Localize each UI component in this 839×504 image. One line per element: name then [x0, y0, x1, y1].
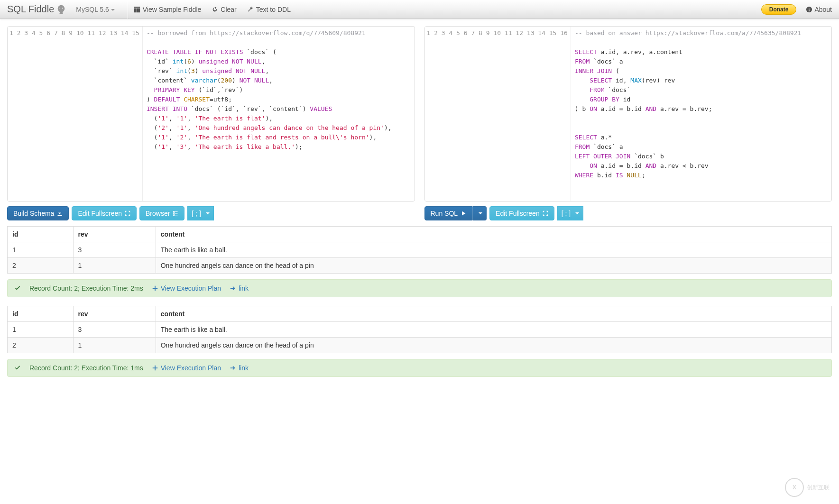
column-header: id	[8, 306, 74, 322]
results-container: idrevcontent13The earth is like a ball.2…	[7, 226, 832, 377]
terminator-button[interactable]: [ ; ]	[187, 206, 213, 220]
plus-icon	[152, 285, 158, 292]
btn-label: [ ; ]	[192, 210, 201, 217]
table-row: 13The earth is like a ball.	[8, 242, 832, 258]
check-icon	[14, 285, 21, 292]
edit-fullscreen-button[interactable]: Edit Fullscreen	[72, 206, 137, 220]
link-label: link	[239, 284, 249, 292]
brand-icon	[56, 4, 66, 15]
query-panel: 1 2 3 4 5 6 7 8 9 10 11 12 13 14 15 16 -…	[424, 26, 832, 226]
query-gutter: 1 2 3 4 5 6 7 8 9 10 11 12 13 14 15 16	[425, 27, 571, 201]
table-row: 13The earth is like a ball.	[8, 322, 832, 338]
table-cell: 1	[8, 322, 74, 338]
expand-icon	[543, 211, 548, 216]
view-execution-plan-link[interactable]: View Execution Plan	[152, 284, 221, 292]
table-cell: 2	[8, 258, 74, 274]
arrow-icon	[230, 365, 236, 371]
table-cell: 2	[8, 338, 74, 353]
brand-text: SQL Fiddle	[7, 4, 54, 15]
plus-icon	[152, 365, 158, 371]
table-row: 21One hundred angels can dance on the he…	[8, 258, 832, 274]
btn-label: Run SQL	[431, 210, 458, 217]
table-cell: 3	[73, 242, 156, 258]
schema-panel: 1 2 3 4 5 6 7 8 9 10 11 12 13 14 15 -- b…	[7, 26, 415, 226]
btn-label: Edit Fullscreen	[78, 210, 122, 217]
browser-button[interactable]: Browser	[139, 206, 184, 220]
table-cell: One hundred angels can dance on the head…	[156, 338, 831, 353]
nav-label: Text to DDL	[256, 6, 291, 13]
btn-label: Edit Fullscreen	[496, 210, 540, 217]
text-to-ddl[interactable]: Text to DDL	[247, 6, 291, 13]
refresh-icon	[212, 6, 218, 13]
download-icon	[57, 211, 63, 216]
table-cell: One hundred angels can dance on the head…	[156, 258, 831, 274]
table-cell: 1	[73, 338, 156, 353]
wrench-icon	[247, 6, 254, 13]
nav-label: View Sample Fiddle	[143, 6, 201, 13]
brand[interactable]: SQL Fiddle	[7, 4, 66, 15]
column-header: id	[8, 227, 74, 242]
query-editor[interactable]: 1 2 3 4 5 6 7 8 9 10 11 12 13 14 15 16 -…	[424, 26, 832, 202]
table-cell: The earth is like a ball.	[156, 322, 831, 338]
run-sql-button[interactable]: Run SQL	[424, 206, 473, 220]
info-icon: i	[806, 6, 812, 13]
status-text: Record Count: 2; Execution Time: 1ms	[29, 364, 143, 372]
donate-button[interactable]: Donate	[761, 4, 797, 15]
schema-gutter: 1 2 3 4 5 6 7 8 9 10 11 12 13 14 15	[8, 27, 143, 201]
column-header: content	[156, 306, 831, 322]
btn-label: Build Schema	[13, 210, 54, 217]
btn-label: Browser	[146, 210, 170, 217]
run-sql-dropdown[interactable]	[472, 206, 487, 220]
link-label: View Execution Plan	[161, 364, 221, 372]
results-table: idrevcontent13The earth is like a ball.2…	[7, 306, 832, 353]
edit-fullscreen-button[interactable]: Edit Fullscreen	[489, 206, 554, 220]
result-status: Record Count: 2; Execution Time: 2msView…	[7, 279, 832, 297]
schema-button-bar: Build Schema Edit Fullscreen Browser [ ;…	[7, 206, 415, 220]
query-code[interactable]: -- based on answer https://stackoverflow…	[571, 27, 831, 201]
table-cell: 1	[8, 242, 74, 258]
status-text: Record Count: 2; Execution Time: 2ms	[29, 284, 143, 292]
view-execution-plan-link[interactable]: View Execution Plan	[152, 364, 221, 372]
result-status: Record Count: 2; Execution Time: 1msView…	[7, 359, 832, 377]
check-icon	[14, 365, 21, 371]
table-cell: 1	[73, 258, 156, 274]
db-selector[interactable]: MySQL 5.6	[76, 6, 115, 13]
permalink[interactable]: link	[230, 364, 249, 372]
table-cell: 3	[73, 322, 156, 338]
view-sample-fiddle[interactable]: View Sample Fiddle	[134, 6, 201, 13]
query-button-bar: Run SQL Edit Fullscreen [ ; ]	[424, 206, 832, 220]
clear-button[interactable]: Clear	[212, 6, 236, 13]
table-row: 21One hundred angels can dance on the he…	[8, 338, 832, 353]
nav-label: Clear	[221, 6, 236, 13]
link-label: View Execution Plan	[161, 284, 221, 292]
layout-icon	[134, 6, 140, 13]
navbar: SQL Fiddle MySQL 5.6 View Sample Fiddle …	[0, 0, 839, 19]
schema-editor[interactable]: 1 2 3 4 5 6 7 8 9 10 11 12 13 14 15 -- b…	[7, 26, 415, 202]
schema-code[interactable]: -- borrowed from https://stackoverflow.c…	[143, 27, 415, 201]
tree-icon	[173, 211, 178, 216]
table-cell: The earth is like a ball.	[156, 242, 831, 258]
play-icon	[461, 211, 466, 216]
results-table: idrevcontent13The earth is like a ball.2…	[7, 226, 832, 274]
nav-divider	[128, 0, 128, 19]
arrow-icon	[230, 285, 236, 292]
expand-icon	[125, 211, 130, 216]
nav-label: About	[814, 6, 832, 13]
column-header: content	[156, 227, 831, 242]
terminator-button[interactable]: [ ; ]	[557, 206, 583, 220]
about-link[interactable]: i About	[806, 6, 832, 13]
permalink[interactable]: link	[230, 284, 249, 292]
column-header: rev	[73, 306, 156, 322]
build-schema-button[interactable]: Build Schema	[7, 206, 69, 220]
column-header: rev	[73, 227, 156, 242]
link-label: link	[239, 364, 249, 372]
btn-label: [ ; ]	[562, 210, 571, 217]
